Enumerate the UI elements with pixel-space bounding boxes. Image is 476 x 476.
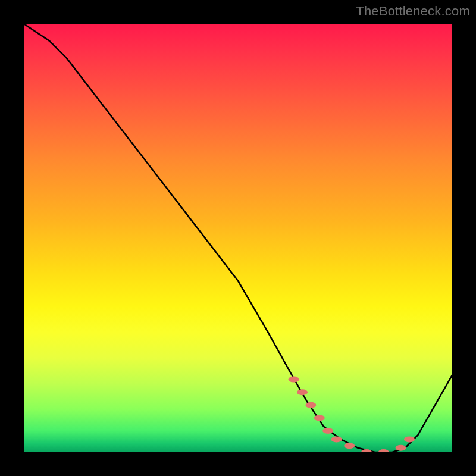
watermark-text: TheBottleneck.com	[356, 4, 470, 19]
highlight-marker	[314, 415, 325, 421]
highlight-marker	[289, 377, 299, 383]
bottleneck-curve	[24, 24, 452, 452]
highlight-marker	[404, 436, 415, 442]
highlight-marker	[331, 436, 342, 442]
plot-area	[24, 24, 452, 452]
curve-layer	[24, 24, 452, 452]
highlight-marker	[305, 402, 316, 408]
highlight-marker	[297, 389, 308, 395]
highlight-marker	[396, 445, 406, 451]
highlight-markers	[289, 377, 415, 452]
highlight-marker	[378, 449, 389, 452]
highlight-marker	[344, 443, 355, 449]
chart-container: TheBottleneck.com	[0, 0, 476, 476]
highlight-marker	[322, 428, 333, 434]
